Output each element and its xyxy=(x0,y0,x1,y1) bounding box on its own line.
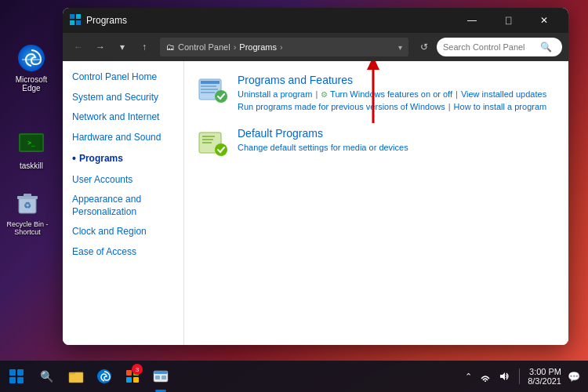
refresh-button[interactable]: ↺ xyxy=(415,38,434,56)
taskbar-search-button[interactable]: 🔍 xyxy=(33,361,60,392)
taskbar-control-panel[interactable] xyxy=(147,361,174,392)
svg-text:>_: >_ xyxy=(27,140,35,147)
svg-rect-20 xyxy=(202,136,215,137)
programs-and-features-links: Uninstall a program | ⚙ Turn Windows fea… xyxy=(238,89,556,99)
default-programs-desc[interactable]: Change default settings for media or dev… xyxy=(238,143,556,152)
svg-rect-14 xyxy=(201,85,216,87)
separator-2: | xyxy=(456,89,458,99)
taskbar-icons: 3 xyxy=(60,361,463,392)
svg-rect-34 xyxy=(155,376,160,379)
main-content: Programs and Features Uninstall a progra… xyxy=(184,61,568,345)
taskkill-icon-label: taskkill xyxy=(20,162,43,170)
path-control-panel[interactable]: Control Panel xyxy=(178,42,230,52)
svg-rect-13 xyxy=(201,81,220,84)
svg-rect-7 xyxy=(24,194,31,197)
svg-rect-15 xyxy=(201,89,218,90)
sidebar: Control Panel Home System and Security N… xyxy=(63,61,184,345)
address-path[interactable]: 🗂 Control Panel › Programs › ▾ xyxy=(160,38,408,56)
titlebar: Programs — ⎕ ✕ xyxy=(63,8,568,33)
sidebar-item-label: Clock and Region xyxy=(72,226,147,238)
sidebar-item-control-panel-home[interactable]: Control Panel Home xyxy=(63,67,183,88)
path-programs[interactable]: Programs xyxy=(239,42,277,52)
svg-rect-21 xyxy=(202,139,213,140)
desktop: Microsoft Edge >_ taskkill ♻ Recycle Bin… xyxy=(0,0,588,392)
default-programs-icon xyxy=(197,127,228,158)
path-dropdown-icon[interactable]: ▾ xyxy=(398,43,402,52)
svg-rect-16 xyxy=(201,92,215,93)
sidebar-item-appearance[interactable]: Appearance and Personalization xyxy=(63,190,183,222)
programs-window: Programs — ⎕ ✕ ← → ▾ ↑ 🗂 Control Panel ›… xyxy=(63,8,568,345)
sidebar-item-label: Programs xyxy=(79,153,123,165)
edge-icon-label: Microsoft Edge xyxy=(8,75,55,93)
sidebar-item-user-accounts[interactable]: User Accounts xyxy=(63,170,183,191)
desktop-icon-taskkill[interactable]: >_ taskkill xyxy=(8,129,55,170)
titlebar-title: Programs xyxy=(86,15,454,26)
separator-3: | xyxy=(448,102,451,111)
notification-icon[interactable]: 💬 xyxy=(566,371,582,383)
how-to-install-link[interactable]: How to install a program xyxy=(454,102,547,111)
view-updates-link[interactable]: View installed updates xyxy=(461,89,546,99)
recent-button[interactable]: ▾ xyxy=(113,38,132,56)
programs-and-features-icon xyxy=(197,74,228,105)
network-icon[interactable] xyxy=(478,371,492,382)
search-box: 🔍 xyxy=(437,38,562,56)
sidebar-item-clock-and-region[interactable]: Clock and Region xyxy=(63,222,183,242)
default-programs-section: Default Programs Change default settings… xyxy=(197,127,556,158)
svg-rect-11 xyxy=(76,20,81,25)
svg-rect-26 xyxy=(69,372,75,374)
search-input[interactable] xyxy=(443,42,537,52)
svg-rect-33 xyxy=(154,371,168,374)
sidebar-item-label: Hardware and Sound xyxy=(72,132,161,144)
sidebar-item-network-and-internet[interactable]: Network and Internet xyxy=(63,107,183,128)
taskbar-edge[interactable] xyxy=(91,361,118,392)
sidebar-item-hardware-and-sound[interactable]: Hardware and Sound xyxy=(63,128,183,148)
taskbar: 🔍 xyxy=(0,361,588,392)
svg-marker-24 xyxy=(367,61,379,70)
desktop-icon-edge[interactable]: Microsoft Edge xyxy=(8,43,55,93)
sidebar-item-system-and-security[interactable]: System and Security xyxy=(63,88,183,108)
up-button[interactable]: ↑ xyxy=(135,38,154,56)
active-bullet: • xyxy=(72,151,76,165)
start-button[interactable] xyxy=(0,361,33,392)
content-area: Control Panel Home System and Security N… xyxy=(63,61,568,345)
maximize-button[interactable]: ⎕ xyxy=(490,8,526,33)
sidebar-item-label: Appearance and Personalization xyxy=(72,194,174,218)
search-icon[interactable]: 🔍 xyxy=(540,42,552,53)
svg-rect-10 xyxy=(70,20,74,25)
sound-icon[interactable] xyxy=(497,371,511,382)
programs-sublinks: Run programs made for previous versions … xyxy=(238,102,556,111)
uninstall-link[interactable]: Uninstall a program xyxy=(238,89,312,99)
back-button[interactable]: ← xyxy=(69,38,88,56)
svg-rect-30 xyxy=(126,377,132,383)
tray-chevron[interactable]: ⌃ xyxy=(463,372,474,382)
run-programs-link[interactable]: Run programs made for previous versions … xyxy=(238,102,445,111)
programs-and-features-section: Programs and Features Uninstall a progra… xyxy=(197,74,556,111)
taskbar-tray: ⌃ 3:00 PM 8/3/2021 💬 xyxy=(463,367,588,386)
programs-and-features-body: Programs and Features Uninstall a progra… xyxy=(238,74,556,111)
sidebar-item-programs[interactable]: • Programs xyxy=(63,147,183,169)
taskbar-time-display: 3:00 PM xyxy=(528,367,561,376)
programs-and-features-title[interactable]: Programs and Features xyxy=(238,74,556,86)
taskbar-file-explorer[interactable] xyxy=(63,361,89,392)
minimize-button[interactable]: — xyxy=(454,8,490,33)
desktop-icon-recycle[interactable]: ♻ Recycle Bin -Shortcut xyxy=(4,188,51,236)
sidebar-item-ease-of-access[interactable]: Ease of Access xyxy=(63,242,183,263)
forward-button[interactable]: → xyxy=(91,38,110,56)
close-button[interactable]: ✕ xyxy=(526,8,562,33)
svg-point-17 xyxy=(215,90,227,103)
path-icon: 🗂 xyxy=(166,42,175,52)
titlebar-controls: — ⎕ ✕ xyxy=(454,8,562,33)
turn-features-link[interactable]: ⚙ Turn Windows features on or off xyxy=(321,89,452,99)
sidebar-item-label: Control Panel Home xyxy=(72,71,157,84)
svg-rect-35 xyxy=(162,376,166,379)
addressbar: ← → ▾ ↑ 🗂 Control Panel › Programs › ▾ ↺… xyxy=(63,33,568,61)
sidebar-item-label: User Accounts xyxy=(72,174,132,187)
default-programs-title[interactable]: Default Programs xyxy=(238,127,556,140)
taskbar-store[interactable]: 3 xyxy=(119,361,146,392)
taskbar-datetime[interactable]: 3:00 PM 8/3/2021 xyxy=(528,367,561,386)
windows-logo-icon xyxy=(9,369,24,383)
svg-rect-9 xyxy=(76,14,81,19)
svg-rect-8 xyxy=(70,14,74,19)
svg-rect-31 xyxy=(133,377,139,383)
taskbar-search-icon: 🔍 xyxy=(40,370,53,383)
